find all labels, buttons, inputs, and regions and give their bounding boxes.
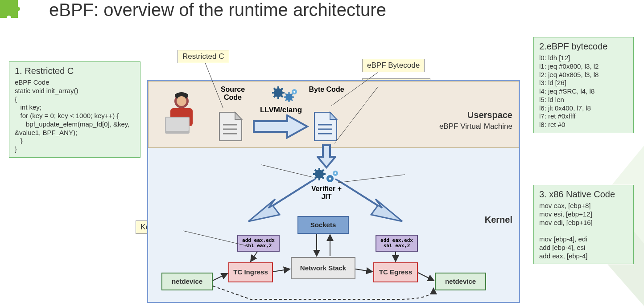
netdevice-left: netdevice <box>161 273 213 290</box>
developer-icon <box>161 92 202 137</box>
svg-line-41 <box>213 273 227 281</box>
sockets-box: Sockets <box>297 216 349 234</box>
svg-line-39 <box>251 252 257 261</box>
tc-ingress-box: TC Ingress <box>228 262 273 282</box>
panel-restricted-c-title: 1. Restricted C <box>15 65 135 77</box>
svg-line-43 <box>355 269 372 272</box>
evm-label: eBPF Virtual Machine <box>439 122 512 131</box>
svg-point-3 <box>177 96 186 106</box>
panel-bytecode: 2.eBPF bytecode l0: ldh [12]l1: jeq #0x8… <box>533 37 634 133</box>
diagram-container: Source Code LLVM/clang Byte Code Verifie… <box>147 80 520 303</box>
tc-egress-box: TC Egress <box>373 262 418 282</box>
svg-line-44 <box>418 273 434 281</box>
svg-point-36 <box>334 172 336 174</box>
network-stack-box: Network Stack <box>291 257 355 279</box>
source-file-icon <box>217 111 244 143</box>
asm-box-right: add eax,edxshl eax,2 <box>376 235 418 252</box>
puzzle-icon <box>0 0 27 20</box>
panel-restricted-c-code: eBPF Codestatic void init_array(){ int k… <box>15 78 135 154</box>
asm-box-left: add eax,edxshl eax,2 <box>237 235 280 252</box>
arrow-compile <box>252 114 310 139</box>
kernel-label: Kernel <box>485 215 512 225</box>
svg-rect-6 <box>166 118 189 131</box>
panel-x86-code: mov eax, [ebp+8]mov esi, [ebp+12]mov edi… <box>539 202 628 260</box>
panel-x86-title: 3. x86 Native Code <box>539 189 628 200</box>
svg-point-23 <box>293 91 295 93</box>
netdevice-right: netdevice <box>435 273 486 290</box>
userspace-label: Userspace <box>467 110 512 120</box>
callout-restricted-c: Restricted C <box>178 50 229 63</box>
arrow-inject <box>317 144 336 169</box>
source-code-label: Source Code <box>215 86 251 102</box>
panel-bytecode-title: 2.eBPF bytecode <box>539 41 628 52</box>
slide-title: eBPF: overview of the runtime architectu… <box>49 0 386 20</box>
panel-bytecode-code: l0: ldh [12]l1: jeq #0x800, l3, l2l2: je… <box>539 54 628 129</box>
byte-code-label: Byte Code <box>309 86 344 94</box>
bytecode-file-icon <box>312 111 339 143</box>
llvm-label: LLVM/clang <box>254 106 308 114</box>
panel-x86: 3. x86 Native Code mov eax, [ebp+8]mov e… <box>533 185 634 264</box>
callout-ebpf-bytecode: eBPF Bytecode <box>362 59 425 72</box>
gears-icon <box>272 86 299 104</box>
panel-restricted-c: 1. Restricted C eBPF Codestatic void ini… <box>9 61 140 158</box>
svg-line-42 <box>273 269 290 272</box>
